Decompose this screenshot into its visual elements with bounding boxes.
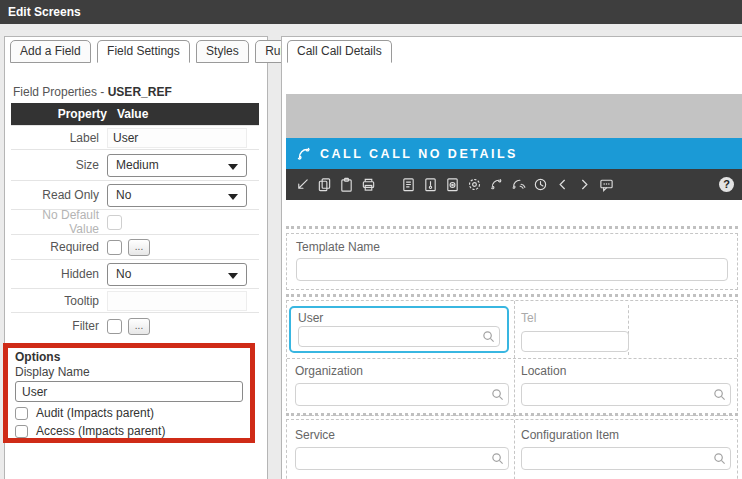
doc-pin-icon[interactable] (423, 177, 438, 192)
template-name-label: Template Name (296, 240, 728, 254)
chevron-down-icon (228, 164, 238, 170)
call-banner-title: CALL CALL NO DETAILS (320, 147, 518, 161)
screen-preview-panel: Call Call Details CALL CALL NO DETAILS (281, 36, 742, 479)
chevron-down-icon (228, 273, 238, 279)
no-default-checkbox[interactable] (107, 215, 122, 230)
user-field-selected[interactable]: User (289, 306, 509, 353)
search-icon[interactable] (482, 330, 495, 343)
app-title: Edit Screens (0, 0, 81, 24)
service-section: Service Configuration Item (286, 419, 738, 479)
nav-left-icon[interactable] (555, 177, 570, 192)
header-property: Property (11, 107, 107, 121)
customer-section: User Tel Organization Location (286, 300, 738, 416)
hidden-select[interactable]: No (107, 263, 247, 286)
read-only-select[interactable]: No (107, 184, 247, 207)
section-separator (286, 294, 738, 297)
configuration-item-input[interactable] (521, 447, 731, 470)
organization-field: Organization (295, 364, 509, 406)
display-name-input[interactable] (15, 381, 243, 402)
nav-right-icon[interactable] (577, 177, 592, 192)
comment-icon[interactable] (599, 177, 614, 192)
history-icon[interactable] (533, 177, 548, 192)
phone-icon (296, 146, 312, 162)
tel-input[interactable] (521, 331, 629, 352)
paste-icon[interactable] (339, 177, 354, 192)
read-only-row-name: Read Only (11, 188, 107, 202)
required-row-name: Required (11, 240, 107, 254)
service-field: Service (295, 428, 509, 470)
display-name-label: Display Name (15, 365, 243, 379)
field-properties-fieldname: USER_REF (108, 85, 172, 99)
editor-tabstrip: Add a Field Field Settings Styles Rules (10, 40, 309, 63)
print-icon[interactable] (361, 177, 376, 192)
phone-icon[interactable] (489, 177, 504, 192)
no-default-row-name: No Default Value (11, 208, 107, 236)
search-icon[interactable] (713, 388, 726, 401)
organization-input[interactable] (295, 383, 509, 406)
size-row-name: Size (11, 158, 107, 172)
search-icon[interactable] (491, 388, 504, 401)
gear-icon[interactable] (467, 177, 482, 192)
access-label: Access (Impacts parent) (36, 424, 165, 438)
label-row-name: Label (11, 131, 107, 145)
service-label: Service (295, 428, 509, 442)
tab-call-call-details[interactable]: Call Call Details (287, 40, 392, 63)
property-row-read-only: Read Only No (11, 180, 259, 209)
required-checkbox[interactable] (107, 240, 122, 255)
phone-waves-icon[interactable] (511, 177, 526, 192)
tab-styles[interactable]: Styles (196, 40, 249, 63)
template-name-input[interactable] (296, 258, 728, 281)
location-label: Location (521, 364, 731, 378)
required-ellipsis-button[interactable]: ... (128, 239, 150, 256)
field-properties-prefix: Field Properties - (13, 85, 108, 99)
size-select-value: Medium (116, 158, 159, 172)
row-divider (287, 358, 737, 359)
section-separator (286, 413, 738, 416)
audit-checkbox[interactable] (15, 407, 28, 420)
user-label: User (298, 311, 500, 325)
tel-label: Tel (521, 311, 629, 325)
label-input[interactable] (107, 128, 247, 148)
access-checkbox[interactable] (15, 425, 28, 438)
search-icon[interactable] (491, 452, 504, 465)
property-row-filter: Filter ... (11, 312, 259, 339)
help-icon[interactable]: ? (719, 177, 734, 192)
copy-icon[interactable] (317, 177, 332, 192)
user-input[interactable] (298, 326, 500, 347)
preview-header-band (286, 94, 742, 138)
property-row-no-default-value: No Default Value (11, 209, 259, 234)
collapse-arrow-icon[interactable] (295, 177, 310, 192)
property-row-tooltip: Tooltip (11, 288, 259, 312)
location-field: Location (521, 364, 731, 406)
template-section: Template Name (286, 233, 738, 290)
call-banner: CALL CALL NO DETAILS (286, 138, 742, 169)
header-value: Value (107, 107, 148, 121)
configuration-item-label: Configuration Item (521, 428, 731, 442)
size-select[interactable]: Medium (107, 154, 247, 177)
service-input[interactable] (295, 447, 509, 470)
column-divider (514, 420, 515, 479)
field-properties-heading: Field Properties - USER_REF (13, 85, 172, 99)
chevron-down-icon (228, 194, 238, 200)
location-input[interactable] (521, 383, 731, 406)
property-table-header: Property Value (11, 103, 259, 125)
tab-add-a-field[interactable]: Add a Field (10, 40, 91, 63)
tel-field: Tel (521, 311, 629, 352)
hidden-row-name: Hidden (11, 267, 107, 281)
property-row-required: Required ... (11, 234, 259, 259)
tab-field-settings[interactable]: Field Settings (97, 40, 190, 63)
property-row-hidden: Hidden No (11, 259, 259, 288)
doc-settings-icon[interactable] (445, 177, 460, 192)
tooltip-row-name: Tooltip (11, 294, 107, 308)
field-editor-panel: Add a Field Field Settings Styles Rules … (4, 36, 268, 479)
options-highlight-box: Options Display Name Audit (Impacts pare… (3, 343, 255, 443)
organization-label: Organization (295, 364, 509, 378)
tooltip-input[interactable] (107, 291, 247, 311)
app-titlebar: Edit Screens (0, 0, 742, 24)
doc-notes-icon[interactable] (401, 177, 416, 192)
filter-checkbox[interactable] (107, 319, 122, 334)
search-icon[interactable] (713, 452, 726, 465)
preview-toolbar: ? (286, 169, 742, 200)
filter-ellipsis-button[interactable]: ... (128, 318, 150, 335)
options-title: Options (15, 350, 243, 364)
